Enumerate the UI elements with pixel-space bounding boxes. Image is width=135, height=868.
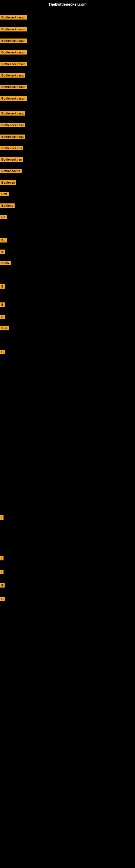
bottleneck-badge-23: B bbox=[0, 303, 5, 307]
bottleneck-badge-7: Bottleneck result bbox=[0, 85, 27, 89]
bottleneck-badge-10: Bottleneck resu bbox=[0, 123, 25, 127]
bottleneck-badge-21: Bottle bbox=[0, 261, 11, 265]
bottleneck-badge-18: Bo bbox=[0, 215, 7, 219]
bottleneck-badge-8: Bottleneck result bbox=[0, 96, 27, 101]
bottleneck-badge-9: Bottleneck resu bbox=[0, 111, 25, 116]
bottleneck-badge-3: Bottleneck result bbox=[0, 38, 27, 43]
bottleneck-badge-14: Bottleneck re bbox=[0, 169, 21, 173]
bottleneck-badge-11: Bottleneck resu bbox=[0, 134, 25, 139]
bottleneck-badge-2: Bottleneck result bbox=[0, 27, 27, 31]
bottleneck-badge-22: B bbox=[0, 284, 5, 289]
bottleneck-badge-30: E bbox=[0, 583, 5, 588]
bottleneck-badge-28: | bbox=[0, 556, 3, 560]
bottleneck-badge-16: Bott bbox=[0, 192, 9, 196]
bottleneck-badge-26: B bbox=[0, 350, 5, 354]
bottleneck-badge-1: Bottleneck result bbox=[0, 15, 27, 20]
bottleneck-badge-31: B bbox=[0, 597, 5, 601]
bottleneck-badge-29: | bbox=[0, 569, 3, 574]
bottleneck-badge-19: Bo bbox=[0, 238, 7, 243]
bottleneck-badge-5: Bottleneck result bbox=[0, 62, 27, 66]
site-title: TheBottlenecker.com bbox=[48, 2, 87, 6]
bottleneck-badge-17: Bottlene bbox=[0, 204, 14, 208]
bottleneck-badge-24: B bbox=[0, 315, 5, 319]
bottleneck-badge-4: Bottleneck result bbox=[0, 50, 27, 55]
bottleneck-badge-20: B bbox=[0, 250, 5, 254]
bottleneck-badge-6: Bottleneck resu bbox=[0, 73, 25, 78]
bottleneck-badge-27: | bbox=[0, 516, 3, 520]
bottleneck-badge-13: Bottleneck res bbox=[0, 157, 23, 162]
bottleneck-badge-15: Bottlenec bbox=[0, 180, 16, 185]
bottleneck-badge-12: Bottleneck res bbox=[0, 146, 23, 150]
bottleneck-badge-25: Bott bbox=[0, 326, 9, 330]
